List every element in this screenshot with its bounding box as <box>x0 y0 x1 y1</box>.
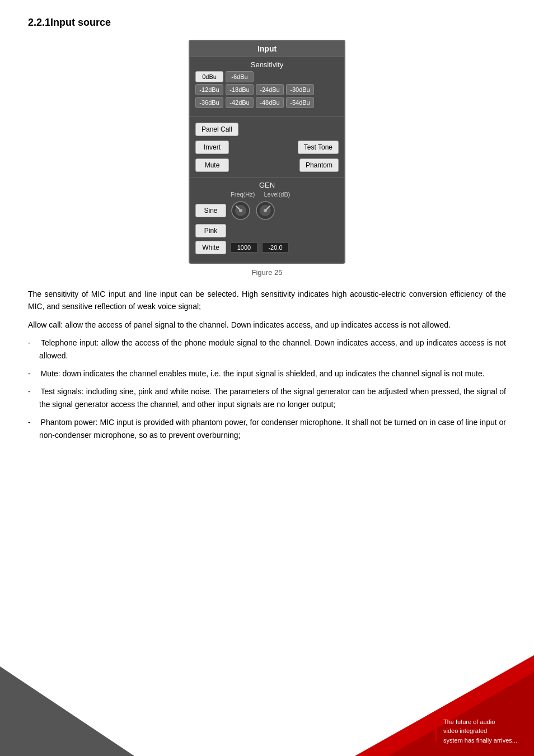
knob-container <box>231 200 275 221</box>
sensitivity-row-3: -36dBu -42dBu -48dBu -54dBu <box>195 97 339 108</box>
freq-value: 1000 <box>231 242 257 253</box>
panel-container: Input Sensitivity 0dBu -6dBu -12dBu -18d… <box>28 40 506 264</box>
sensitivity-row-1: 0dBu -6dBu <box>195 71 339 82</box>
sens-btn--12dbu[interactable]: -12dBu <box>195 84 223 95</box>
svg-marker-8 <box>0 666 134 756</box>
sens-btn--6dbu[interactable]: -6dBu <box>226 71 254 82</box>
body-paragraph-3: - Telephone input: allow the access of t… <box>28 337 506 362</box>
body-paragraph-1: The sensitivity of MIC input and line in… <box>28 288 506 313</box>
sens-btn--48dbu[interactable]: -48dBu <box>256 97 284 108</box>
mute-button[interactable]: Mute <box>195 158 229 172</box>
tagline-accent <box>435 720 437 742</box>
divider-1 <box>190 116 344 117</box>
sens-btn--30dbu[interactable]: -30dBu <box>286 84 314 95</box>
gen-title: GEN <box>190 178 344 191</box>
svg-marker-10 <box>388 672 534 756</box>
gen-pink-row: Pink <box>190 222 344 239</box>
body-paragraph-5: - Test signals: including sine, pink and… <box>28 385 506 410</box>
sens-btn--36dbu[interactable]: -36dBu <box>195 97 223 108</box>
svg-marker-9 <box>355 655 534 756</box>
sensitivity-grid: 0dBu -6dBu -12dBu -18dBu -24dBu -30dBu -… <box>190 71 344 113</box>
bottom-left-shape <box>0 666 134 756</box>
panel-call-row: Panel Call <box>190 120 344 138</box>
invert-testtone-row: Invert Test Tone <box>190 138 344 156</box>
sensitivity-row-2: -12dBu -18dBu -24dBu -30dBu <box>195 84 339 95</box>
sens-btn--54dbu[interactable]: -54dBu <box>286 97 314 108</box>
freq-label: Freq(Hz) <box>231 191 255 198</box>
gen-white-row: White 1000 -20.0 <box>190 239 344 256</box>
sensitivity-label: Sensitivity <box>190 57 344 71</box>
bottom-decoration: The future of audio video integrated sys… <box>0 655 534 756</box>
page-title: 2.2.1Input source <box>28 17 506 29</box>
test-tone-button[interactable]: Test Tone <box>298 141 339 154</box>
sens-btn--24dbu[interactable]: -24dBu <box>256 84 284 95</box>
gen-section: GEN Freq(Hz) Level(dB) Sine <box>190 178 344 256</box>
svg-point-3 <box>239 209 242 212</box>
level-knob[interactable] <box>255 200 275 221</box>
panel-call-button[interactable]: Panel Call <box>195 123 238 136</box>
level-value: -20.0 <box>262 242 289 253</box>
invert-button[interactable]: Invert <box>195 141 229 154</box>
gen-pink-button[interactable]: Pink <box>195 224 226 237</box>
gen-white-button[interactable]: White <box>195 241 226 254</box>
svg-point-7 <box>264 209 267 212</box>
phantom-button[interactable]: Phantom <box>299 158 339 172</box>
body-paragraph-6: - Phantom power: MIC input is provided w… <box>28 416 506 441</box>
freq-knob[interactable] <box>231 200 251 221</box>
panel-title: Input <box>190 41 344 57</box>
body-paragraph-2: Allow call: allow the access of panel si… <box>28 319 506 331</box>
gen-sine-button[interactable]: Sine <box>195 204 226 217</box>
gen-sine-row: Sine <box>190 199 344 222</box>
tagline-line3: system has finally arrives... <box>443 737 517 744</box>
tagline-text: The future of audio video integrated sys… <box>443 717 517 745</box>
gen-labels: Freq(Hz) Level(dB) <box>190 191 344 199</box>
tagline-box: The future of audio video integrated sys… <box>435 717 517 745</box>
gen-values: 1000 -20.0 <box>231 242 289 253</box>
bottom-right-shape <box>355 655 534 756</box>
figure-caption: Figure 25 <box>28 268 506 277</box>
body-paragraph-4: - Mute: down indicates the channel enabl… <box>28 367 506 380</box>
tagline-line2: video integrated <box>443 727 487 734</box>
tagline-line1: The future of audio <box>443 718 495 725</box>
mute-phantom-row: Mute Phantom <box>190 156 344 174</box>
level-label: Level(dB) <box>264 191 290 198</box>
sens-btn--42dbu[interactable]: -42dBu <box>226 97 254 108</box>
input-panel: Input Sensitivity 0dBu -6dBu -12dBu -18d… <box>189 40 345 264</box>
sens-btn-0dbu[interactable]: 0dBu <box>195 71 223 82</box>
sens-btn--18dbu[interactable]: -18dBu <box>226 84 254 95</box>
